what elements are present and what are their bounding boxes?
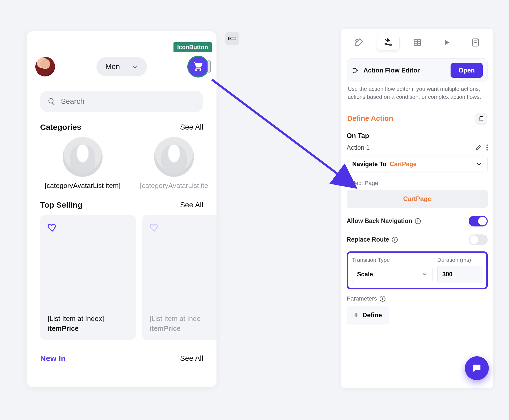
chevron-down-icon: [422, 271, 427, 277]
define-button-label: Define: [362, 311, 382, 319]
action-index-label: Action 1: [347, 144, 370, 151]
category-label: [categoryAvatarList ite: [140, 182, 208, 190]
svg-point-2: [385, 43, 387, 45]
favorite-button[interactable]: [150, 222, 160, 232]
device-chip[interactable]: [225, 32, 239, 45]
tab-preview[interactable]: [435, 35, 457, 50]
properties-panel: Action Flow Editor Open Use the action f…: [341, 29, 493, 388]
section-title-categories: Categories: [40, 123, 81, 132]
define-action-heading: Define Action: [347, 114, 393, 123]
section-title-top-selling: Top Selling: [40, 200, 82, 209]
selected-page-chip[interactable]: CartPage: [347, 190, 488, 208]
avatar[interactable]: [35, 57, 55, 76]
product-card[interactable]: [List Item at Index] itemPrice: [40, 215, 136, 340]
duration-label: Duration (ms): [437, 257, 482, 263]
item-price: itemPrice: [48, 324, 128, 333]
category-item[interactable]: [categoryAvatarList ite: [132, 137, 211, 190]
transition-type-label: Transition Type: [352, 257, 432, 263]
allow-back-switch[interactable]: [469, 216, 488, 226]
item-title: [List Item at Inde: [150, 315, 217, 323]
navigate-target: CartPage: [390, 161, 417, 168]
transition-type-select[interactable]: Scale: [352, 266, 432, 283]
chevron-down-icon: [476, 161, 482, 167]
select-page-label: Select Page: [347, 180, 488, 187]
chat-icon: [472, 363, 482, 374]
copy-action-button[interactable]: [476, 113, 487, 125]
tab-documentation[interactable]: [464, 35, 487, 50]
category-label: [categoryAvatarList item]: [45, 182, 121, 190]
svg-point-7: [353, 72, 354, 73]
tab-actions[interactable]: [377, 35, 399, 50]
plus-icon: +: [354, 311, 358, 319]
on-tap-label: On Tap: [347, 132, 488, 140]
section-title-new-in: New In: [40, 354, 66, 363]
chat-fab[interactable]: [465, 356, 489, 380]
info-icon[interactable]: i: [392, 237, 398, 243]
allow-back-label: Allow Back Navigation: [347, 217, 412, 225]
item-price: itemPrice: [150, 324, 217, 333]
replace-route-label: Replace Route: [347, 236, 389, 243]
flow-icon: [352, 67, 359, 74]
category-image: [154, 137, 194, 177]
category-item[interactable]: [categoryAvatarList item]: [40, 137, 125, 190]
transition-highlight: Transition Type Scale Duration (ms): [347, 251, 488, 289]
panel-tabs: [347, 34, 488, 51]
more-icon[interactable]: [486, 144, 488, 151]
replace-route-switch[interactable]: [469, 234, 488, 245]
svg-point-3: [390, 44, 391, 46]
see-all-categories[interactable]: See All: [180, 123, 203, 131]
navigate-verb: Navigate To: [352, 161, 387, 168]
svg-point-6: [353, 68, 354, 69]
preview-header: Men IconButton: [32, 41, 211, 87]
action-flow-banner: Action Flow Editor Open: [347, 58, 488, 82]
edit-icon[interactable]: [475, 144, 482, 151]
product-card[interactable]: [List Item at Inde itemPrice: [142, 215, 217, 340]
parameters-label: Parameters: [347, 295, 377, 302]
action-type-select[interactable]: Navigate To CartPage: [347, 156, 488, 173]
search-placeholder: Search: [61, 97, 84, 106]
cart-icon-button[interactable]: [188, 57, 208, 76]
info-icon[interactable]: i: [415, 218, 421, 224]
see-all-top-selling[interactable]: See All: [180, 201, 203, 209]
cart-icon: [193, 61, 203, 72]
info-icon[interactable]: i: [380, 296, 385, 302]
favorite-button[interactable]: [48, 222, 58, 232]
category-image: [63, 137, 103, 177]
define-parameters-button[interactable]: + Define: [347, 306, 389, 324]
search-input[interactable]: Search: [40, 91, 203, 112]
category-select-label: Men: [105, 62, 120, 71]
category-list: [categoryAvatarList item] [categoryAvata…: [32, 137, 211, 190]
flow-description: Use the action flow editor if you want m…: [347, 82, 488, 101]
open-flow-button[interactable]: Open: [451, 63, 483, 78]
svg-line-10: [212, 80, 342, 177]
svg-rect-1: [230, 38, 231, 39]
see-all-new-in[interactable]: See All: [180, 354, 203, 363]
search-icon: [48, 97, 56, 105]
flow-title: Action Flow Editor: [363, 67, 420, 74]
device-preview: Men IconButton Search Categories See All: [27, 31, 217, 387]
transition-type-value: Scale: [357, 271, 373, 278]
item-title: [List Item at Index]: [48, 315, 128, 323]
selection-tag: IconButton: [173, 42, 212, 52]
top-selling-list: [List Item at Index] itemPrice [List Ite…: [32, 215, 211, 340]
resize-handle[interactable]: [207, 60, 211, 73]
tab-design[interactable]: [348, 35, 370, 50]
duration-input[interactable]: [437, 266, 482, 283]
svg-point-8: [357, 70, 358, 71]
chevron-down-icon: [132, 64, 138, 70]
category-select[interactable]: Men: [96, 57, 147, 76]
tab-data[interactable]: [406, 35, 429, 50]
